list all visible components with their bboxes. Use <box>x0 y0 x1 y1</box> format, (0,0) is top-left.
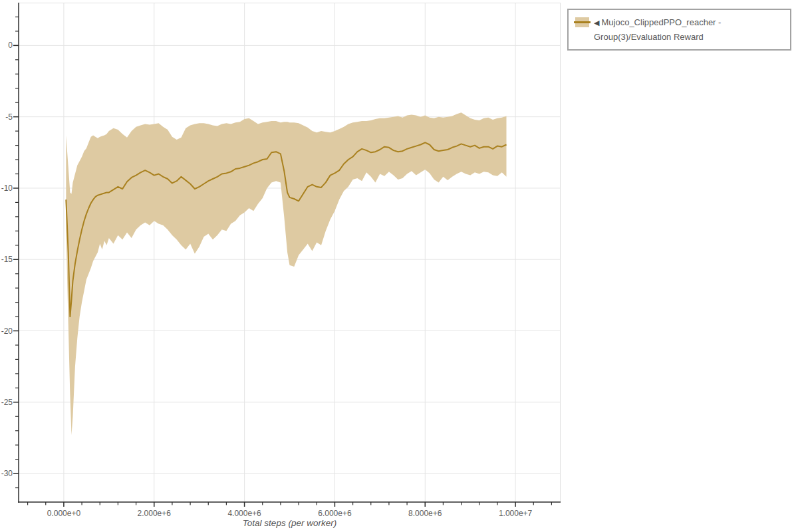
svg-text:1.000e+7: 1.000e+7 <box>499 509 533 518</box>
svg-text:0.000e+0: 0.000e+0 <box>47 509 81 518</box>
svg-text:4.000e+6: 4.000e+6 <box>227 509 261 518</box>
legend-entry: ◀Mujoco_ClippedPPO_reacher - Group(3)/Ev… <box>594 15 783 44</box>
reward-chart[interactable]: 0-5-10-15-20-25-300.000e+02.000e+64.000e… <box>0 0 798 532</box>
confidence-band <box>66 112 506 435</box>
svg-text:6.000e+6: 6.000e+6 <box>318 509 352 518</box>
svg-text:-20: -20 <box>1 327 13 336</box>
x-axis-title: Total steps (per worker) <box>19 518 561 528</box>
svg-text:2.000e+6: 2.000e+6 <box>138 509 172 518</box>
legend[interactable]: ◀Mujoco_ClippedPPO_reacher - Group(3)/Ev… <box>567 9 791 51</box>
legend-swatch-icon <box>575 17 589 27</box>
svg-text:8.000e+6: 8.000e+6 <box>408 509 442 518</box>
svg-text:-25: -25 <box>1 398 13 407</box>
legend-series-label: Mujoco_ClippedPPO_reacher - Group(3)/Eva… <box>594 17 721 42</box>
legend-line-sample-icon <box>574 21 591 23</box>
svg-text:-5: -5 <box>5 112 13 122</box>
svg-text:-10: -10 <box>1 184 13 193</box>
dashboard-canvas: 0-5-10-15-20-25-300.000e+02.000e+64.000e… <box>0 0 798 532</box>
collapse-arrow-icon: ◀ <box>594 19 599 27</box>
svg-text:-30: -30 <box>1 469 13 478</box>
svg-text:0: 0 <box>8 41 13 50</box>
svg-text:-15: -15 <box>1 255 13 264</box>
axis-ticks <box>13 17 551 507</box>
